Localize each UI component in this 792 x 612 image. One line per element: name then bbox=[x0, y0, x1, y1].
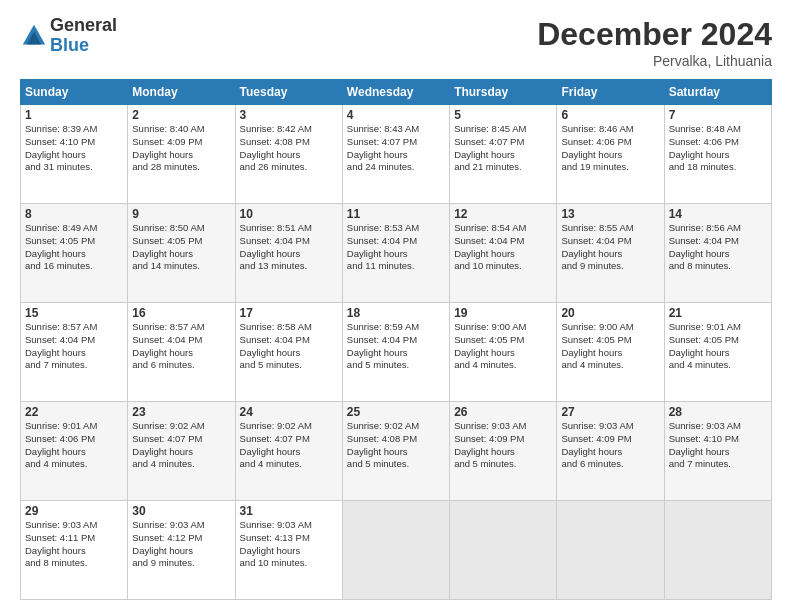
calendar-header-row: SundayMondayTuesdayWednesdayThursdayFrid… bbox=[21, 80, 772, 105]
calendar-cell bbox=[664, 501, 771, 600]
day-info: Sunrise: 9:00 AMSunset: 4:05 PMDaylight … bbox=[561, 321, 659, 372]
day-number: 1 bbox=[25, 108, 123, 122]
day-number: 7 bbox=[669, 108, 767, 122]
day-info: Sunrise: 8:40 AMSunset: 4:09 PMDaylight … bbox=[132, 123, 230, 174]
calendar-week-row: 1Sunrise: 8:39 AMSunset: 4:10 PMDaylight… bbox=[21, 105, 772, 204]
calendar-day-header: Monday bbox=[128, 80, 235, 105]
calendar-cell: 20Sunrise: 9:00 AMSunset: 4:05 PMDayligh… bbox=[557, 303, 664, 402]
day-number: 12 bbox=[454, 207, 552, 221]
calendar-cell: 17Sunrise: 8:58 AMSunset: 4:04 PMDayligh… bbox=[235, 303, 342, 402]
calendar-cell bbox=[342, 501, 449, 600]
day-info: Sunrise: 8:48 AMSunset: 4:06 PMDaylight … bbox=[669, 123, 767, 174]
calendar-cell: 5Sunrise: 8:45 AMSunset: 4:07 PMDaylight… bbox=[450, 105, 557, 204]
day-info: Sunrise: 9:02 AMSunset: 4:07 PMDaylight … bbox=[132, 420, 230, 471]
day-number: 29 bbox=[25, 504, 123, 518]
title-section: December 2024 Pervalka, Lithuania bbox=[537, 16, 772, 69]
day-info: Sunrise: 9:03 AMSunset: 4:09 PMDaylight … bbox=[454, 420, 552, 471]
day-info: Sunrise: 8:42 AMSunset: 4:08 PMDaylight … bbox=[240, 123, 338, 174]
logo: General Blue bbox=[20, 16, 117, 56]
day-number: 11 bbox=[347, 207, 445, 221]
calendar-cell: 30Sunrise: 9:03 AMSunset: 4:12 PMDayligh… bbox=[128, 501, 235, 600]
day-number: 31 bbox=[240, 504, 338, 518]
logo-blue: Blue bbox=[50, 36, 117, 56]
calendar-week-row: 29Sunrise: 9:03 AMSunset: 4:11 PMDayligh… bbox=[21, 501, 772, 600]
day-number: 30 bbox=[132, 504, 230, 518]
day-number: 26 bbox=[454, 405, 552, 419]
day-info: Sunrise: 8:51 AMSunset: 4:04 PMDaylight … bbox=[240, 222, 338, 273]
calendar-day-header: Friday bbox=[557, 80, 664, 105]
calendar-cell: 7Sunrise: 8:48 AMSunset: 4:06 PMDaylight… bbox=[664, 105, 771, 204]
logo-text: General Blue bbox=[50, 16, 117, 56]
day-number: 24 bbox=[240, 405, 338, 419]
day-info: Sunrise: 8:46 AMSunset: 4:06 PMDaylight … bbox=[561, 123, 659, 174]
calendar-cell: 15Sunrise: 8:57 AMSunset: 4:04 PMDayligh… bbox=[21, 303, 128, 402]
calendar-cell: 8Sunrise: 8:49 AMSunset: 4:05 PMDaylight… bbox=[21, 204, 128, 303]
calendar-cell: 22Sunrise: 9:01 AMSunset: 4:06 PMDayligh… bbox=[21, 402, 128, 501]
day-info: Sunrise: 8:43 AMSunset: 4:07 PMDaylight … bbox=[347, 123, 445, 174]
calendar-cell: 6Sunrise: 8:46 AMSunset: 4:06 PMDaylight… bbox=[557, 105, 664, 204]
calendar-week-row: 22Sunrise: 9:01 AMSunset: 4:06 PMDayligh… bbox=[21, 402, 772, 501]
calendar-cell: 16Sunrise: 8:57 AMSunset: 4:04 PMDayligh… bbox=[128, 303, 235, 402]
day-info: Sunrise: 9:03 AMSunset: 4:10 PMDaylight … bbox=[669, 420, 767, 471]
day-info: Sunrise: 9:02 AMSunset: 4:08 PMDaylight … bbox=[347, 420, 445, 471]
day-number: 16 bbox=[132, 306, 230, 320]
day-info: Sunrise: 8:54 AMSunset: 4:04 PMDaylight … bbox=[454, 222, 552, 273]
day-number: 2 bbox=[132, 108, 230, 122]
day-number: 9 bbox=[132, 207, 230, 221]
day-info: Sunrise: 9:03 AMSunset: 4:12 PMDaylight … bbox=[132, 519, 230, 570]
day-number: 22 bbox=[25, 405, 123, 419]
day-number: 10 bbox=[240, 207, 338, 221]
calendar-cell: 25Sunrise: 9:02 AMSunset: 4:08 PMDayligh… bbox=[342, 402, 449, 501]
calendar-day-header: Saturday bbox=[664, 80, 771, 105]
calendar-day-header: Sunday bbox=[21, 80, 128, 105]
day-info: Sunrise: 8:57 AMSunset: 4:04 PMDaylight … bbox=[25, 321, 123, 372]
month-title: December 2024 bbox=[537, 16, 772, 53]
calendar-cell: 13Sunrise: 8:55 AMSunset: 4:04 PMDayligh… bbox=[557, 204, 664, 303]
calendar-day-header: Tuesday bbox=[235, 80, 342, 105]
logo-general: General bbox=[50, 16, 117, 36]
location: Pervalka, Lithuania bbox=[537, 53, 772, 69]
day-number: 4 bbox=[347, 108, 445, 122]
day-info: Sunrise: 9:02 AMSunset: 4:07 PMDaylight … bbox=[240, 420, 338, 471]
day-info: Sunrise: 9:01 AMSunset: 4:05 PMDaylight … bbox=[669, 321, 767, 372]
logo-icon bbox=[20, 22, 48, 50]
calendar-cell: 27Sunrise: 9:03 AMSunset: 4:09 PMDayligh… bbox=[557, 402, 664, 501]
calendar-cell: 10Sunrise: 8:51 AMSunset: 4:04 PMDayligh… bbox=[235, 204, 342, 303]
day-number: 20 bbox=[561, 306, 659, 320]
day-number: 25 bbox=[347, 405, 445, 419]
calendar-week-row: 15Sunrise: 8:57 AMSunset: 4:04 PMDayligh… bbox=[21, 303, 772, 402]
calendar-cell: 24Sunrise: 9:02 AMSunset: 4:07 PMDayligh… bbox=[235, 402, 342, 501]
calendar-cell: 31Sunrise: 9:03 AMSunset: 4:13 PMDayligh… bbox=[235, 501, 342, 600]
calendar-cell: 19Sunrise: 9:00 AMSunset: 4:05 PMDayligh… bbox=[450, 303, 557, 402]
calendar-body: 1Sunrise: 8:39 AMSunset: 4:10 PMDaylight… bbox=[21, 105, 772, 600]
calendar-cell: 26Sunrise: 9:03 AMSunset: 4:09 PMDayligh… bbox=[450, 402, 557, 501]
day-info: Sunrise: 8:55 AMSunset: 4:04 PMDaylight … bbox=[561, 222, 659, 273]
day-number: 17 bbox=[240, 306, 338, 320]
day-info: Sunrise: 9:03 AMSunset: 4:13 PMDaylight … bbox=[240, 519, 338, 570]
header: General Blue December 2024 Pervalka, Lit… bbox=[20, 16, 772, 69]
calendar-cell: 11Sunrise: 8:53 AMSunset: 4:04 PMDayligh… bbox=[342, 204, 449, 303]
day-number: 19 bbox=[454, 306, 552, 320]
day-info: Sunrise: 8:58 AMSunset: 4:04 PMDaylight … bbox=[240, 321, 338, 372]
day-number: 28 bbox=[669, 405, 767, 419]
calendar-cell: 14Sunrise: 8:56 AMSunset: 4:04 PMDayligh… bbox=[664, 204, 771, 303]
day-number: 21 bbox=[669, 306, 767, 320]
day-number: 5 bbox=[454, 108, 552, 122]
day-info: Sunrise: 8:57 AMSunset: 4:04 PMDaylight … bbox=[132, 321, 230, 372]
page: General Blue December 2024 Pervalka, Lit… bbox=[0, 0, 792, 612]
calendar-cell: 29Sunrise: 9:03 AMSunset: 4:11 PMDayligh… bbox=[21, 501, 128, 600]
calendar-cell: 2Sunrise: 8:40 AMSunset: 4:09 PMDaylight… bbox=[128, 105, 235, 204]
day-info: Sunrise: 8:56 AMSunset: 4:04 PMDaylight … bbox=[669, 222, 767, 273]
day-number: 15 bbox=[25, 306, 123, 320]
day-info: Sunrise: 9:01 AMSunset: 4:06 PMDaylight … bbox=[25, 420, 123, 471]
calendar-cell: 28Sunrise: 9:03 AMSunset: 4:10 PMDayligh… bbox=[664, 402, 771, 501]
day-info: Sunrise: 8:50 AMSunset: 4:05 PMDaylight … bbox=[132, 222, 230, 273]
calendar-cell: 9Sunrise: 8:50 AMSunset: 4:05 PMDaylight… bbox=[128, 204, 235, 303]
day-info: Sunrise: 8:53 AMSunset: 4:04 PMDaylight … bbox=[347, 222, 445, 273]
calendar-cell: 12Sunrise: 8:54 AMSunset: 4:04 PMDayligh… bbox=[450, 204, 557, 303]
calendar-day-header: Thursday bbox=[450, 80, 557, 105]
calendar-cell: 23Sunrise: 9:02 AMSunset: 4:07 PMDayligh… bbox=[128, 402, 235, 501]
day-info: Sunrise: 9:03 AMSunset: 4:11 PMDaylight … bbox=[25, 519, 123, 570]
day-info: Sunrise: 9:03 AMSunset: 4:09 PMDaylight … bbox=[561, 420, 659, 471]
day-info: Sunrise: 9:00 AMSunset: 4:05 PMDaylight … bbox=[454, 321, 552, 372]
